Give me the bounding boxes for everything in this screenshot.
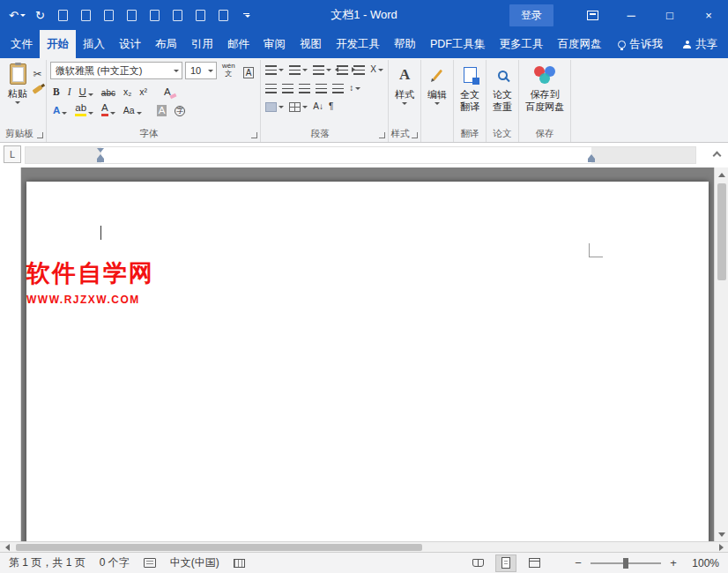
zoom-slider[interactable] [591, 562, 661, 564]
tab-selector[interactable]: L [4, 145, 21, 163]
vertical-ruler[interactable] [0, 167, 21, 541]
font-button-font-color[interactable]: A [99, 101, 118, 116]
qat-undo[interactable]: ↶ [7, 4, 27, 26]
font-button-superscript[interactable]: x² [137, 83, 150, 98]
paragraph-button-align-right[interactable] [298, 81, 311, 95]
qat-redo[interactable]: ↻ [30, 4, 50, 26]
zoom-out-button[interactable]: − [573, 556, 583, 569]
font-family-select[interactable]: 微软雅黑 (中文正文) [50, 62, 182, 79]
tab-references[interactable]: 引用 [184, 30, 220, 58]
read-mode-button[interactable] [467, 554, 488, 572]
proofing-icon[interactable] [144, 558, 156, 568]
paragraph-button-sort[interactable]: A↓ [312, 100, 324, 114]
qat-draw-table[interactable] [99, 4, 119, 26]
paragraph-button-shading[interactable] [264, 100, 285, 114]
horizontal-scrollbar-thumb[interactable] [16, 544, 422, 551]
font-button-underline[interactable]: U [77, 83, 96, 98]
qat-contacts[interactable] [122, 4, 142, 26]
word-count[interactable]: 0 个字 [100, 555, 130, 570]
pinyin-guide-button[interactable]: wén文 [219, 63, 238, 78]
tab-pdf-tools[interactable]: PDF工具集 [423, 30, 493, 58]
paragraph-button-multilevel-list[interactable] [312, 63, 332, 77]
paste-button[interactable]: 粘贴 [5, 62, 30, 106]
tab-baidu-netdisk[interactable]: 百度网盘 [551, 30, 609, 58]
paragraph-button-borders[interactable] [288, 100, 308, 114]
tab-review[interactable]: 审阅 [256, 30, 293, 58]
tab-layout[interactable]: 布局 [148, 30, 184, 58]
styles-dialog-launcher[interactable] [412, 132, 418, 138]
collapse-ribbon-icon[interactable] [713, 152, 722, 160]
zoom-slider-thumb[interactable] [623, 558, 628, 569]
cut-icon[interactable]: ✂ [33, 69, 41, 79]
scroll-up-icon[interactable] [715, 167, 728, 182]
paragraph-button-bullets[interactable] [264, 63, 285, 77]
vertical-scrollbar[interactable] [714, 167, 728, 541]
font-button-change-case[interactable]: Aa [121, 101, 145, 116]
qat-customize-icon[interactable] [236, 4, 256, 26]
web-layout-button[interactable] [524, 554, 545, 572]
tell-me-button[interactable]: 告诉我 [618, 30, 664, 58]
editing-button[interactable]: 编辑 [425, 62, 449, 107]
font-button-italic[interactable]: I [65, 83, 74, 98]
login-button[interactable]: 登录 [509, 4, 553, 26]
window-maximize[interactable]: □ [650, 0, 689, 30]
qat-open-file[interactable] [167, 4, 188, 26]
qat-spelling-check[interactable] [76, 4, 96, 26]
font-button-enclose-characters[interactable]: 字 [172, 101, 188, 116]
document-page[interactable]: 软件自学网 WWW.RJZXW.COM [26, 182, 709, 541]
tab-insert[interactable]: 插入 [76, 30, 112, 58]
qat-save[interactable] [190, 4, 211, 26]
qat-new-document[interactable] [145, 4, 165, 26]
character-border-button[interactable]: A [241, 63, 257, 78]
paragraph-button-increase-indent[interactable] [353, 63, 366, 77]
zoom-level[interactable]: 100% [686, 557, 719, 569]
qat-quick-print[interactable] [213, 4, 234, 26]
scroll-left-icon[interactable] [0, 542, 14, 552]
ribbon-display-options-button[interactable] [573, 0, 612, 30]
paragraph-button-align-center[interactable] [281, 81, 294, 95]
qat-print-preview[interactable] [53, 4, 73, 26]
window-minimize[interactable]: ─ [612, 0, 650, 30]
language-indicator[interactable]: 中文(中国) [170, 555, 219, 570]
window-close[interactable]: × [689, 0, 728, 30]
font-button-strikethrough[interactable]: abc [99, 83, 118, 98]
scroll-down-icon[interactable] [715, 527, 728, 541]
scroll-right-icon[interactable] [714, 542, 728, 552]
paragraph-button-decrease-indent[interactable] [336, 63, 349, 77]
paragraph-button-asian-layout[interactable]: X [369, 63, 384, 77]
paragraph-button-numbering[interactable] [288, 63, 308, 77]
font-button-bold[interactable]: B [50, 83, 63, 98]
horizontal-ruler[interactable] [25, 146, 696, 164]
tab-view[interactable]: 视图 [293, 30, 329, 58]
right-indent-marker[interactable] [588, 154, 595, 162]
format-painter-icon[interactable] [33, 87, 42, 92]
paragraph-button-align-left[interactable] [264, 81, 278, 95]
tab-home[interactable]: 开始 [40, 30, 76, 58]
font-button-text-effects[interactable]: A [50, 101, 70, 116]
clipboard-dialog-launcher[interactable] [37, 132, 43, 138]
tab-file[interactable]: 文件 [4, 30, 40, 58]
font-button-highlight-color[interactable]: ab [72, 101, 96, 116]
styles-button[interactable]: A 样式 [392, 62, 417, 107]
paragraph-button-justify[interactable] [315, 81, 328, 95]
zoom-in-button[interactable]: + [668, 556, 679, 569]
tab-developer[interactable]: 开发工具 [329, 30, 387, 58]
paragraph-dialog-launcher[interactable] [379, 132, 385, 138]
font-button-subscript[interactable]: x₂ [121, 83, 134, 98]
hanging-indent-marker[interactable] [97, 154, 104, 162]
full-text-translate-button[interactable]: 全文 翻译 [457, 62, 482, 115]
tab-mailings[interactable]: 邮件 [220, 30, 256, 58]
tab-help[interactable]: 帮助 [387, 30, 423, 58]
share-button[interactable]: 共享 [683, 30, 717, 58]
paragraph-button-distribute[interactable] [331, 81, 345, 95]
font-button-clear-formatting[interactable]: A [161, 83, 174, 98]
page-indicator[interactable]: 第 1 页，共 1 页 [9, 555, 85, 570]
tab-design[interactable]: 设计 [112, 30, 148, 58]
font-button-char-shading[interactable]: A [154, 101, 170, 116]
horizontal-scrollbar[interactable] [0, 541, 728, 552]
input-mode-icon[interactable] [234, 559, 245, 568]
print-layout-button[interactable] [495, 554, 516, 572]
paper-check-button[interactable]: 论文 查重 [490, 62, 515, 115]
vertical-scrollbar-thumb[interactable] [717, 183, 726, 280]
font-dialog-launcher[interactable] [251, 132, 257, 138]
